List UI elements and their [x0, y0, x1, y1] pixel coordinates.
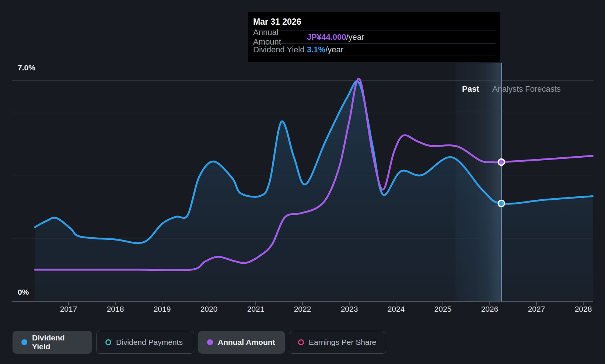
tooltip-suffix: /year — [346, 32, 364, 42]
x-axis-label-2019: 2019 — [154, 305, 171, 314]
tooltip-separator — [253, 56, 496, 56]
legend-button-annual-amount[interactable]: Annual Amount — [198, 331, 285, 354]
dividend-chart-screen: 7.0% 0% 20172018201920202021202220232024… — [0, 0, 605, 364]
y-axis-max-label: 7.0% — [18, 63, 35, 72]
chart-tooltip: Mar 31 2026 Annual Amount JP¥44.000 /yea… — [248, 12, 500, 62]
legend-button-dividend-yield[interactable]: Dividend Yield — [13, 331, 92, 354]
x-axis-label-2028: 2028 — [575, 305, 592, 314]
earnings-per-share-ring-icon — [298, 339, 304, 345]
x-axis-label-2020: 2020 — [200, 305, 218, 314]
x-axis-label-2017: 2017 — [60, 305, 77, 314]
tooltip-row-dividend-yield: Dividend Yield 3.1% /year — [248, 43, 500, 56]
x-axis-label-2027: 2027 — [528, 305, 545, 314]
tooltip-suffix: /year — [325, 45, 343, 55]
x-axis-label-2024: 2024 — [388, 305, 405, 314]
tooltip-row-annual-amount: Annual Amount JP¥44.000 /year — [248, 31, 500, 43]
x-axis-label-2025: 2025 — [434, 305, 452, 314]
legend-button-dividend-payments[interactable]: Dividend Payments — [96, 331, 194, 354]
x-axis-label-2026: 2026 — [481, 305, 499, 314]
analysts-forecasts-label: Analysts Forecasts — [492, 84, 561, 94]
dividend-yield-dot-icon — [21, 339, 27, 345]
legend-label: Dividend Payments — [116, 338, 183, 347]
y-axis-min-label: 0% — [18, 288, 29, 297]
dividend-yield-marker[interactable] — [498, 200, 504, 207]
x-axis-label-2022: 2022 — [294, 305, 311, 314]
legend-label: Earnings Per Share — [309, 338, 376, 347]
legend-button-earnings-per-share[interactable]: Earnings Per Share — [289, 331, 386, 354]
tooltip-label: Annual Amount — [253, 28, 307, 47]
dividend-payments-ring-icon — [105, 339, 111, 345]
x-axis-ticks — [69, 301, 583, 305]
x-axis-label-2018: 2018 — [107, 305, 124, 314]
x-axis-label-2021: 2021 — [247, 305, 265, 314]
legend-label: Dividend Yield — [32, 333, 83, 351]
annual-amount-dot-icon — [207, 339, 213, 345]
tooltip-label: Dividend Yield — [253, 45, 307, 55]
dividend-yield-area — [35, 81, 593, 301]
tooltip-value-dividend-yield: 3.1% — [307, 45, 325, 55]
x-axis-label-2023: 2023 — [341, 305, 358, 314]
past-label: Past — [462, 84, 479, 94]
tooltip-value-annual-amount: JP¥44.000 — [307, 32, 346, 42]
legend-label: Annual Amount — [218, 338, 275, 347]
dividend-yield-area-fill — [35, 81, 593, 301]
annual-amount-marker[interactable] — [498, 159, 504, 165]
